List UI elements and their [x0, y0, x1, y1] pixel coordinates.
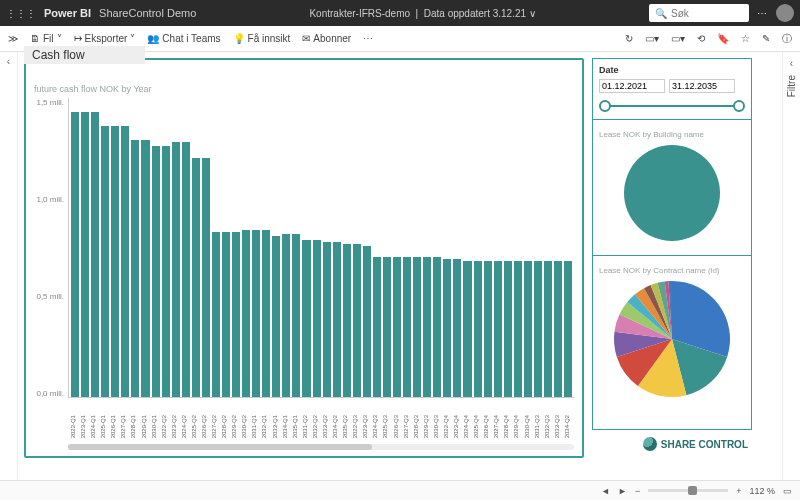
- bar[interactable]: [403, 257, 411, 397]
- bar[interactable]: [202, 158, 210, 397]
- bar[interactable]: [111, 126, 119, 397]
- bar[interactable]: [443, 259, 451, 397]
- logo-text: SHARE CONTROL: [661, 439, 748, 450]
- bar[interactable]: [413, 257, 421, 397]
- export-icon: ↦: [74, 33, 82, 44]
- bookmark-icon[interactable]: 🔖: [717, 33, 729, 44]
- report-name[interactable]: Kontrakter-IFRS-demo: [309, 8, 410, 19]
- subscribe-button[interactable]: ✉Abonner: [302, 33, 351, 44]
- apps-icon[interactable]: ⋮⋮⋮: [6, 8, 36, 19]
- device-icon[interactable]: ▭▾: [645, 33, 659, 44]
- info-icon[interactable]: ⓘ: [782, 32, 792, 46]
- pie2-visual[interactable]: Lease NOK by Contract name (id): [592, 256, 752, 430]
- date-range-slider[interactable]: [599, 99, 745, 113]
- cashflow-visual[interactable]: Cash flow future cash flow NOK by Year 1…: [24, 58, 584, 458]
- bar[interactable]: [504, 261, 512, 397]
- bar[interactable]: [433, 257, 441, 397]
- bar[interactable]: [81, 112, 89, 397]
- bar[interactable]: [474, 261, 482, 397]
- x-tick: 2032-Q1: [261, 415, 269, 438]
- x-tick: 2030-Q4: [524, 415, 532, 438]
- bar[interactable]: [222, 232, 230, 397]
- expand-icon[interactable]: ≫: [8, 33, 18, 44]
- bar[interactable]: [353, 244, 361, 397]
- bar[interactable]: [192, 158, 200, 397]
- bar[interactable]: [393, 257, 401, 397]
- date-slicer[interactable]: Date: [592, 58, 752, 120]
- bar[interactable]: [564, 261, 572, 397]
- bar[interactable]: [232, 232, 240, 397]
- layout-icon[interactable]: ▭▾: [671, 33, 685, 44]
- bar[interactable]: [333, 242, 341, 397]
- date-from-input[interactable]: [599, 79, 665, 93]
- search-box[interactable]: 🔍: [649, 4, 749, 22]
- bar[interactable]: [282, 234, 290, 397]
- bar[interactable]: [302, 240, 310, 397]
- brand-logo: SHARE CONTROL: [592, 430, 752, 458]
- pie1-visual[interactable]: Lease NOK by Building name: [592, 120, 752, 256]
- bar[interactable]: [152, 146, 160, 397]
- next-page-icon[interactable]: ►: [618, 486, 627, 496]
- bar[interactable]: [242, 230, 250, 397]
- search-input[interactable]: [671, 8, 731, 19]
- x-tick: 2032-Q2: [312, 415, 320, 438]
- chevron-down-icon[interactable]: ∨: [529, 8, 536, 19]
- bar[interactable]: [91, 112, 99, 397]
- teams-button[interactable]: 👥Chat i Teams: [147, 33, 220, 44]
- bar[interactable]: [292, 234, 300, 397]
- bar[interactable]: [182, 142, 190, 397]
- bar[interactable]: [453, 259, 461, 397]
- bar[interactable]: [252, 230, 260, 397]
- bar[interactable]: [544, 261, 552, 397]
- zoom-out-icon[interactable]: −: [635, 486, 640, 496]
- x-tick: 2030-Q3: [433, 415, 441, 438]
- fit-page-icon[interactable]: ▭: [783, 486, 792, 496]
- x-tick: 2034-Q2: [564, 415, 572, 438]
- bar[interactable]: [554, 261, 562, 397]
- chevron-left-icon[interactable]: ‹: [790, 58, 793, 69]
- bar[interactable]: [262, 230, 270, 397]
- bar[interactable]: [343, 244, 351, 397]
- bar[interactable]: [212, 232, 220, 397]
- bar[interactable]: [272, 236, 280, 397]
- bar[interactable]: [121, 126, 129, 397]
- file-menu[interactable]: 🗎Fil ˅: [30, 33, 62, 44]
- filters-pane-label[interactable]: Filtre: [786, 75, 797, 97]
- x-tick: 2028-Q2: [221, 415, 229, 438]
- export-menu[interactable]: ↦Eksporter ˅: [74, 33, 136, 44]
- x-tick: 2028-Q4: [503, 415, 511, 438]
- bar[interactable]: [323, 242, 331, 397]
- x-tick: 2022-Q4: [443, 415, 451, 438]
- bar[interactable]: [494, 261, 502, 397]
- bar[interactable]: [373, 257, 381, 397]
- bar[interactable]: [463, 261, 471, 397]
- bar[interactable]: [363, 246, 371, 397]
- bar[interactable]: [313, 240, 321, 397]
- bar[interactable]: [131, 140, 139, 397]
- bar[interactable]: [383, 257, 391, 397]
- horizontal-scrollbar[interactable]: [68, 444, 574, 450]
- bar[interactable]: [71, 112, 79, 397]
- prev-page-icon[interactable]: ◄: [601, 486, 610, 496]
- bar[interactable]: [524, 261, 532, 397]
- bar[interactable]: [162, 146, 170, 397]
- reset-icon[interactable]: ⟲: [697, 33, 705, 44]
- zoom-in-icon[interactable]: +: [736, 486, 741, 496]
- bar[interactable]: [172, 142, 180, 397]
- bar[interactable]: [101, 126, 109, 397]
- more-commands-icon[interactable]: ⋯: [363, 33, 374, 44]
- date-to-input[interactable]: [669, 79, 735, 93]
- edit-icon[interactable]: ✎: [762, 33, 770, 44]
- bar[interactable]: [423, 257, 431, 397]
- bar[interactable]: [534, 261, 542, 397]
- bar[interactable]: [514, 261, 522, 397]
- more-icon[interactable]: ⋯: [757, 8, 768, 19]
- insight-button[interactable]: 💡Få innsikt: [233, 33, 291, 44]
- bar[interactable]: [484, 261, 492, 397]
- avatar[interactable]: [776, 4, 794, 22]
- zoom-slider[interactable]: [648, 489, 728, 492]
- refresh-icon[interactable]: ↻: [625, 33, 633, 44]
- bar[interactable]: [141, 140, 149, 397]
- chevron-left-icon[interactable]: ‹: [7, 56, 10, 67]
- star-icon[interactable]: ☆: [741, 33, 750, 44]
